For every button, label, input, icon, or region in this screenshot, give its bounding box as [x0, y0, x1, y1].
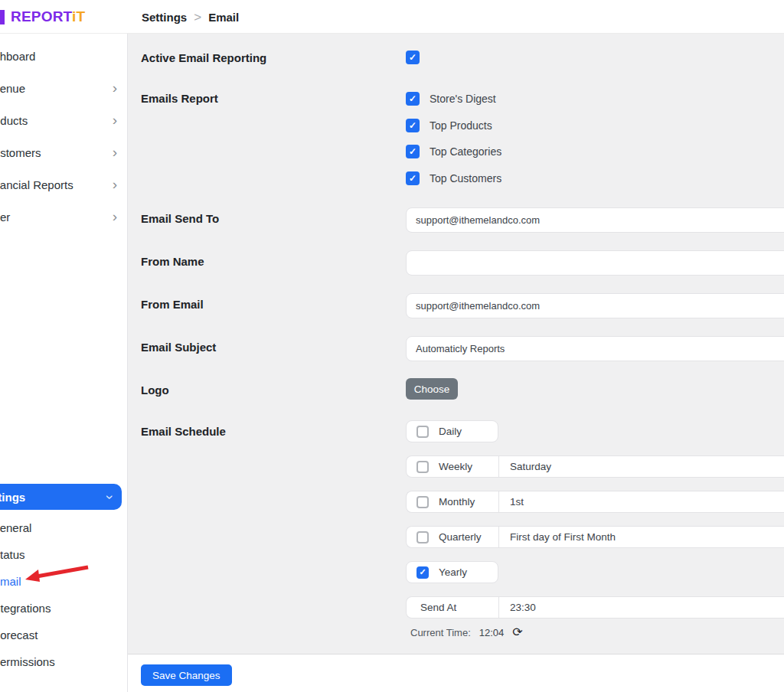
weekly-checkbox[interactable]: ✓ — [416, 461, 429, 473]
sidebar-item-revenue[interactable]: Revenue› — [0, 81, 126, 96]
main-content: Active Email Reporting ✓ Emails Report ✓… — [128, 34, 784, 692]
schedule-row-daily: ✓ Daily — [406, 420, 498, 442]
current-time: Current Time: 12:04 ⟳ — [410, 626, 523, 638]
check-icon: ✓ — [409, 121, 416, 130]
chevron-right-icon: › — [113, 80, 117, 96]
sidebar-item-products[interactable]: Products› — [0, 113, 126, 129]
email-send-to-label: Email Send To — [141, 212, 219, 225]
logo-text-primary: REPORT — [11, 8, 72, 24]
sidebar: Dashboard Revenue› Products› Customers› … — [0, 34, 128, 692]
logo[interactable]: REPORTiT — [0, 0, 85, 34]
active-email-reporting-checkbox[interactable]: ✓ — [406, 51, 420, 64]
schedule-row-quarterly: ✓ Quarterly First day of First Month — [406, 526, 784, 548]
send-at-label: Send At — [420, 602, 456, 613]
sidebar-item-permissions[interactable]: Permissions — [0, 654, 126, 670]
weekly-label: Weekly — [439, 461, 472, 472]
logo-text: REPORTiT — [11, 8, 85, 25]
weekly-day-select[interactable]: Saturday — [499, 461, 551, 472]
chevron-right-icon: › — [113, 177, 117, 192]
emails-report-option: ✓ Top Customers — [406, 171, 501, 186]
chevron-right-icon: › — [113, 113, 117, 128]
breadcrumb-separator-icon: > — [194, 11, 201, 24]
from-name-input[interactable] — [406, 250, 784, 276]
emails-report-option: ✓ Top Categories — [406, 144, 501, 159]
email-schedule-label: Email Schedule — [141, 425, 226, 438]
from-email-input[interactable] — [406, 293, 784, 318]
breadcrumb-email: Email — [208, 11, 239, 24]
app-root: REPORTiT Settings > Email Dashboard Reve… — [0, 0, 784, 692]
sidebar-item-forecast[interactable]: Forecast — [0, 628, 126, 643]
daily-label: Daily — [439, 426, 462, 437]
top-categories-checkbox[interactable]: ✓ — [406, 145, 420, 158]
emails-report-option: ✓ Top Products — [406, 118, 492, 133]
sidebar-item-email[interactable]: Email — [0, 574, 126, 589]
check-icon: ✓ — [409, 94, 416, 103]
check-icon: ✓ — [419, 568, 426, 576]
chevron-right-icon: › — [113, 209, 117, 224]
top-customers-label: Top Customers — [430, 172, 501, 184]
check-icon: ✓ — [409, 147, 416, 156]
logo-mark-icon — [0, 10, 5, 24]
yearly-checkbox[interactable]: ✓ — [416, 566, 429, 579]
email-settings-panel: Active Email Reporting ✓ Emails Report ✓… — [128, 34, 784, 654]
top-header: REPORTiT Settings > Email — [0, 0, 784, 34]
breadcrumb-settings[interactable]: Settings — [142, 11, 187, 24]
quarterly-day-select[interactable]: First day of First Month — [499, 531, 616, 543]
daily-checkbox[interactable]: ✓ — [416, 426, 429, 438]
schedule-row-weekly: ✓ Weekly Saturday — [406, 455, 784, 478]
top-products-label: Top Products — [430, 119, 492, 132]
quarterly-checkbox[interactable]: ✓ — [416, 531, 429, 543]
emails-report-option: ✓ Store's Digest — [406, 91, 496, 106]
save-changes-button[interactable]: Save Changes — [141, 664, 232, 686]
yearly-label: Yearly — [439, 566, 467, 578]
sidebar-item-dashboard[interactable]: Dashboard — [0, 49, 126, 64]
email-send-to-input[interactable] — [406, 207, 784, 233]
sidebar-item-order[interactable]: Order› — [0, 210, 126, 225]
stores-digest-checkbox[interactable]: ✓ — [406, 92, 420, 106]
from-email-label: From Email — [141, 298, 204, 311]
sidebar-item-settings[interactable]: Settings › — [0, 484, 122, 510]
stores-digest-label: Store's Digest — [430, 93, 496, 105]
email-subject-label: Email Subject — [141, 341, 216, 354]
chevron-right-icon: › — [113, 145, 117, 160]
check-icon: ✓ — [409, 53, 416, 62]
monthly-checkbox[interactable]: ✓ — [416, 496, 429, 508]
chevron-down-icon: › — [102, 495, 118, 500]
check-icon: ✓ — [409, 174, 416, 183]
emails-report-label: Emails Report — [141, 92, 218, 105]
sidebar-item-customers[interactable]: Customers› — [0, 145, 126, 161]
logo-text-accent: iT — [72, 8, 85, 24]
current-time-value: 12:04 — [479, 627, 505, 638]
breadcrumb: Settings > Email — [142, 0, 239, 34]
sidebar-item-general[interactable]: General — [0, 521, 126, 536]
current-time-label: Current Time: — [410, 627, 471, 638]
logo-choose-button[interactable]: Choose — [406, 378, 458, 400]
sidebar-item-financial-reports[interactable]: Financial Reports› — [0, 178, 126, 193]
top-products-checkbox[interactable]: ✓ — [406, 119, 420, 132]
monthly-label: Monthly — [439, 496, 475, 508]
top-customers-checkbox[interactable]: ✓ — [406, 171, 420, 185]
top-categories-label: Top Categories — [430, 145, 501, 158]
active-email-reporting-label: Active Email Reporting — [141, 51, 266, 64]
send-at-row: Send At 23:30 — [406, 596, 784, 619]
send-at-time-input[interactable]: 23:30 — [499, 602, 536, 613]
quarterly-label: Quarterly — [439, 531, 482, 543]
logo-field-label: Logo — [141, 384, 169, 397]
sidebar-item-integrations[interactable]: Integrations — [0, 601, 126, 616]
monthly-day-select[interactable]: 1st — [499, 496, 524, 508]
schedule-row-monthly: ✓ Monthly 1st — [406, 491, 784, 513]
email-subject-input[interactable] — [406, 336, 784, 361]
refresh-icon[interactable]: ⟳ — [512, 626, 522, 638]
from-name-label: From Name — [141, 255, 204, 268]
sidebar-item-status[interactable]: Status — [0, 547, 126, 563]
schedule-row-yearly: ✓ Yearly — [406, 561, 498, 583]
